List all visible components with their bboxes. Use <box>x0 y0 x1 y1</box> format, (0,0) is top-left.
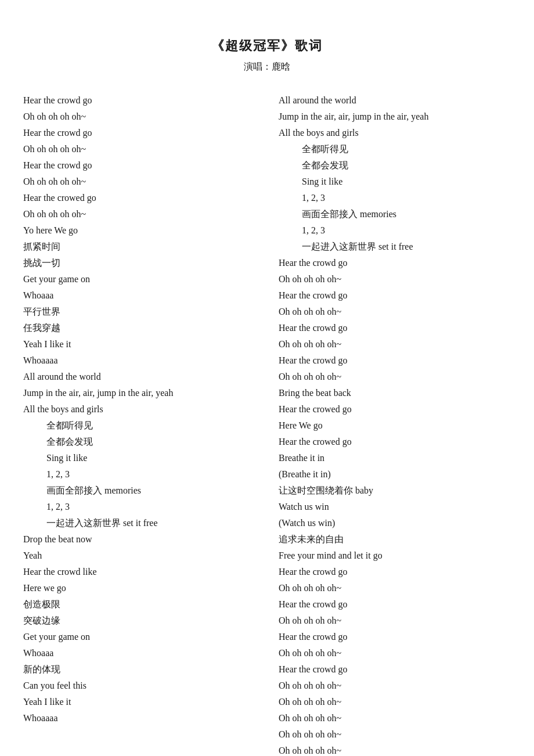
lyric-line: Oh oh oh oh oh~ <box>23 174 255 190</box>
lyric-line: All the boys and girls <box>23 401 255 417</box>
lyric-line: 全都会发现 <box>279 157 511 174</box>
lyric-line: Whoaaa <box>23 287 255 304</box>
lyric-line: 突破边缘 <box>23 613 255 629</box>
lyric-line: Oh oh oh oh oh~ <box>279 694 511 710</box>
lyric-line: Hear the crowed go <box>279 401 511 417</box>
lyric-line: Sing it like <box>23 450 255 466</box>
lyric-line: (Breathe it in) <box>279 466 511 483</box>
lyric-line: 新的体现 <box>23 661 255 678</box>
lyric-line: 一起进入这新世界 set it free <box>23 515 255 531</box>
lyric-line: 1, 2, 3 <box>279 222 511 239</box>
lyric-line: Oh oh oh oh oh~ <box>279 710 511 726</box>
lyric-line: Hear the crowd go <box>279 287 511 304</box>
lyric-line: 1, 2, 3 <box>23 466 255 483</box>
lyric-line: Jump in the air, air, jump in the air, y… <box>23 385 255 401</box>
lyric-line: Hear the crowd go <box>23 92 255 109</box>
lyric-line: Bring the beat back <box>279 385 511 401</box>
lyric-line: Hear the crowd go <box>279 629 511 645</box>
lyric-line: Here we go <box>23 580 255 596</box>
lyric-line: Hear the crowd go <box>279 596 511 613</box>
page-container: 《超级冠军》歌词 演唱：鹿晗 Hear the crowd goOh oh oh… <box>23 35 511 756</box>
lyric-line: Hear the crowd go <box>279 661 511 678</box>
lyric-line: Sing it like <box>279 174 511 190</box>
lyric-line: 任我穿越 <box>23 320 255 336</box>
lyric-line: Hear the crowed go <box>279 434 511 450</box>
lyric-line: Whoaaaa <box>23 352 255 369</box>
lyric-line: Hear the crowd like <box>23 564 255 580</box>
lyric-line: 平行世界 <box>23 304 255 320</box>
lyric-line: Hear the crowd go <box>279 320 511 336</box>
lyric-line: Oh oh oh oh oh~ <box>279 304 511 320</box>
lyric-line: All around the world <box>279 92 511 109</box>
lyric-line: Oh oh oh oh oh~ <box>279 336 511 352</box>
lyric-line: All around the world <box>23 369 255 385</box>
lyric-line: Yeah <box>23 548 255 564</box>
lyric-line: Hear the crowed go <box>23 190 255 206</box>
lyric-line: Yeah I like it <box>23 694 255 710</box>
lyric-line: Oh oh oh oh oh~ <box>279 678 511 694</box>
lyric-line: Yo here We go <box>23 222 255 239</box>
lyric-line: Hear the crowd go <box>279 352 511 369</box>
page-title: 《超级冠军》歌词 <box>23 35 511 56</box>
header: 《超级冠军》歌词 演唱：鹿晗 <box>23 35 511 75</box>
lyric-line: Watch us win <box>279 499 511 515</box>
lyric-line: Hear the crowd go <box>279 255 511 271</box>
lyric-line: 全都会发现 <box>23 434 255 450</box>
lyric-line: (Watch us win) <box>279 515 511 531</box>
left-column: Hear the crowd goOh oh oh oh oh~Hear the… <box>23 92 267 756</box>
lyric-line: 全都听得见 <box>23 417 255 434</box>
lyric-line: All the boys and girls <box>279 125 511 141</box>
lyric-line: 画面全部接入 memories <box>279 206 511 222</box>
lyric-line: 抓紧时间 <box>23 239 255 255</box>
lyric-line: Whoaaaa <box>23 710 255 726</box>
lyric-line: 让这时空围绕着你 baby <box>279 483 511 499</box>
singer-label: 演唱：鹿晗 <box>23 59 511 74</box>
lyric-line: 1, 2, 3 <box>23 499 255 515</box>
lyric-line: Oh oh oh oh oh~ <box>279 613 511 629</box>
lyric-line: Can you feel this <box>23 678 255 694</box>
lyric-line: 创造极限 <box>23 596 255 613</box>
lyric-line: Oh oh oh oh oh~ <box>279 271 511 287</box>
lyric-line: 画面全部接入 memories <box>23 483 255 499</box>
lyric-line: Hear the crowd go <box>23 125 255 141</box>
right-column: All around the worldJump in the air, air… <box>267 92 511 756</box>
lyric-line: Oh oh oh oh oh~ <box>279 580 511 596</box>
lyric-line: 追求未来的自由 <box>279 531 511 548</box>
lyric-line: Here We go <box>279 417 511 434</box>
lyric-line: 全都听得见 <box>279 141 511 157</box>
lyric-line: Free your mind and let it go <box>279 548 511 564</box>
lyric-line: Hear the crowd go <box>279 564 511 580</box>
lyric-line: 挑战一切 <box>23 255 255 271</box>
lyric-line: 一起进入这新世界 set it free <box>279 239 511 255</box>
lyric-line: Oh oh oh oh oh~ <box>279 645 511 661</box>
lyric-line: Oh oh oh oh oh~ <box>279 726 511 743</box>
lyric-line: Whoaaa <box>23 645 255 661</box>
lyric-line: Drop the beat now <box>23 531 255 548</box>
lyric-line: Hear the crowd go <box>23 157 255 174</box>
lyric-line: Oh oh oh oh oh~ <box>23 141 255 157</box>
lyric-line: 1, 2, 3 <box>279 190 511 206</box>
lyric-line: Oh oh oh oh oh~ <box>279 743 511 756</box>
lyric-line: Yeah I like it <box>23 336 255 352</box>
lyric-line: Get your game on <box>23 629 255 645</box>
lyric-line: Oh oh oh oh oh~ <box>23 206 255 222</box>
lyric-line: Oh oh oh oh oh~ <box>23 109 255 125</box>
lyric-line: Breathe it in <box>279 450 511 466</box>
lyric-line: Jump in the air, air, jump in the air, y… <box>279 109 511 125</box>
lyric-line: Oh oh oh oh oh~ <box>279 369 511 385</box>
lyrics-body: Hear the crowd goOh oh oh oh oh~Hear the… <box>23 92 511 756</box>
lyric-line: Get your game on <box>23 271 255 287</box>
